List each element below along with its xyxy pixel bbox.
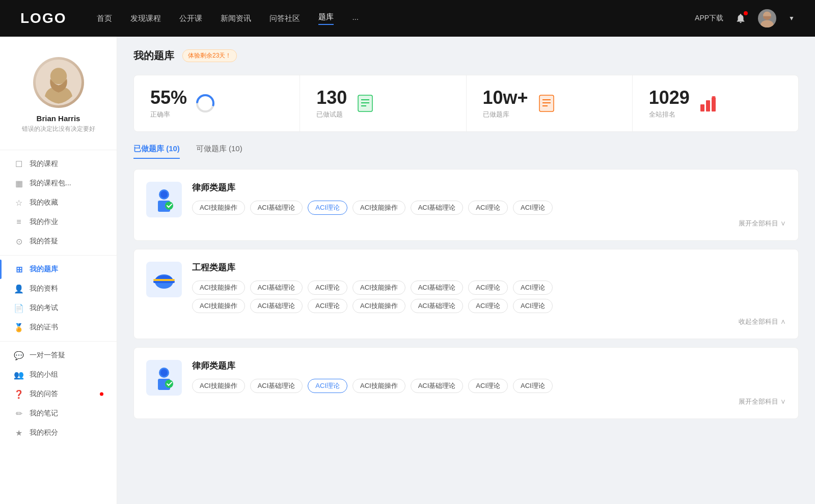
tag[interactable]: ACI基础理论 <box>250 379 303 393</box>
sidebar-item-label: 我的课程包... <box>30 179 71 188</box>
collapse-link-engineer[interactable]: 收起全部科目 ∧ <box>192 317 786 326</box>
profile-section: Brian Harris 错误的决定比没有决定要好 <box>0 47 117 146</box>
nav-item-open[interactable]: 公开课 <box>179 14 202 23</box>
sidebar-item-label: 我的资料 <box>30 284 58 293</box>
profile-motto: 错误的决定比没有决定要好 <box>14 125 103 133</box>
stat-accuracy: 55% 正确率 <box>134 75 300 131</box>
sidebar-item-exams[interactable]: 📄 我的考试 <box>0 298 117 318</box>
sidebar-item-points[interactable]: ★ 我的积分 <box>0 423 117 442</box>
stat-rank: 1029 全站排名 <box>633 75 798 131</box>
sidebar-item-qanda[interactable]: ⊙ 我的答疑 <box>0 232 117 251</box>
expand-link-lawyer-1[interactable]: 展开全部科目 ∨ <box>192 219 786 228</box>
qa-notification-dot <box>100 393 103 396</box>
notification-bell[interactable] <box>734 11 748 25</box>
tag[interactable]: ACI基础理论 <box>411 379 464 393</box>
sidebar-divider-top <box>0 150 117 150</box>
sidebar-item-homework[interactable]: ≡ 我的作业 <box>0 212 117 232</box>
sidebar-item-myqa[interactable]: ❓ 我的问答 <box>0 384 117 404</box>
expand-link-lawyer-2[interactable]: 展开全部科目 ∨ <box>192 397 786 406</box>
tag[interactable]: ACI基础理论 <box>411 299 464 313</box>
user-avatar[interactable] <box>758 9 776 27</box>
tag[interactable]: ACI基础理论 <box>411 281 464 295</box>
sidebar-item-label: 我的证书 <box>30 323 58 332</box>
page-header: 我的题库 体验剩余23天！ <box>133 49 799 63</box>
tag[interactable]: ACI理论 <box>468 379 508 393</box>
tag-active[interactable]: ACI理论 <box>308 201 347 215</box>
tag[interactable]: ACI理论 <box>513 201 553 215</box>
tag[interactable]: ACI基础理论 <box>411 201 464 215</box>
nav-item-news[interactable]: 新闻资讯 <box>221 14 251 23</box>
tab-done-banks[interactable]: 已做题库 (10) <box>133 144 180 159</box>
people-icon: 👤 <box>14 284 23 293</box>
file-text-icon: 📄 <box>14 303 23 313</box>
page-layout: Brian Harris 错误的决定比没有决定要好 ☐ 我的课程 ▦ 我的课程包… <box>0 37 815 504</box>
accuracy-label: 正确率 <box>150 110 187 119</box>
done-questions-icon <box>355 93 375 114</box>
user-menu-chevron[interactable]: ▼ <box>789 15 795 22</box>
document-icon: ≡ <box>14 217 23 227</box>
tag[interactable]: ACI技能操作 <box>352 201 405 215</box>
sidebar-item-courses[interactable]: ☐ 我的课程 <box>0 154 117 174</box>
tag[interactable]: ACI理论 <box>468 201 508 215</box>
sidebar-item-label: 我的作业 <box>30 217 58 227</box>
page-title: 我的题库 <box>133 49 174 63</box>
tag[interactable]: ACI技能操作 <box>192 281 245 295</box>
sidebar-item-groups[interactable]: 👥 我的小组 <box>0 365 117 384</box>
tag[interactable]: ACI技能操作 <box>192 379 245 393</box>
nav-item-discover[interactable]: 发现课程 <box>130 14 161 23</box>
sidebar-item-1on1[interactable]: 💬 一对一答疑 <box>0 346 117 365</box>
sidebar-item-label: 我的笔记 <box>30 409 58 418</box>
tag[interactable]: ACI技能操作 <box>352 299 405 313</box>
tag[interactable]: ACI基础理论 <box>250 201 303 215</box>
bank-icon-lawyer-2 <box>146 360 182 396</box>
sidebar-item-certs[interactable]: 🏅 我的证书 <box>0 318 117 337</box>
tag[interactable]: ACI技能操作 <box>192 299 245 313</box>
done-questions-label: 已做试题 <box>316 110 347 119</box>
tab-available-banks[interactable]: 可做题库 (10) <box>196 144 242 159</box>
app-download-link[interactable]: APP下载 <box>695 14 723 23</box>
svg-rect-19 <box>712 97 716 111</box>
tag[interactable]: ACI理论 <box>468 299 508 313</box>
logo[interactable]: LOGO <box>20 10 66 26</box>
sidebar-item-materials[interactable]: 👤 我的资料 <box>0 279 117 298</box>
sidebar-item-packages[interactable]: ▦ 我的课程包... <box>0 174 117 193</box>
sidebar-divider-3 <box>0 341 117 342</box>
nav-item-qbank[interactable]: 题库 <box>318 12 334 25</box>
profile-avatar[interactable] <box>33 57 84 108</box>
tag[interactable]: ACI基础理论 <box>250 281 303 295</box>
sidebar-item-label: 一对一答疑 <box>30 351 65 360</box>
bank-icon-lawyer <box>146 182 182 217</box>
nav-item-home[interactable]: 首页 <box>97 14 112 23</box>
sidebar-item-label: 我的积分 <box>30 428 58 437</box>
done-banks-label: 已做题库 <box>483 110 528 119</box>
tag[interactable]: ACI理论 <box>513 379 553 393</box>
chat-icon: 💬 <box>14 351 23 360</box>
svg-point-30 <box>165 380 173 388</box>
file-icon: ☐ <box>14 159 23 169</box>
tag[interactable]: ACI理论 <box>308 299 347 313</box>
sidebar-item-favorites[interactable]: ☆ 我的收藏 <box>0 193 117 212</box>
rank-value: 1029 <box>649 88 690 108</box>
sidebar-item-label: 我的课程 <box>30 159 58 169</box>
sidebar-item-qbank[interactable]: ⊞ 我的题库 <box>0 260 117 279</box>
nav-item-more[interactable]: ··· <box>352 14 359 23</box>
svg-rect-17 <box>700 104 704 111</box>
sidebar-item-notes[interactable]: ✏ 我的笔记 <box>0 404 117 423</box>
nav-item-qa[interactable]: 问答社区 <box>269 14 300 23</box>
tag[interactable]: ACI技能操作 <box>192 201 245 215</box>
bank-title-lawyer-2: 律师类题库 <box>192 360 786 372</box>
accuracy-value: 55% <box>150 88 187 108</box>
tag[interactable]: ACI理论 <box>308 281 347 295</box>
tag[interactable]: ACI技能操作 <box>352 281 405 295</box>
tag[interactable]: ACI技能操作 <box>352 379 405 393</box>
tag[interactable]: ACI理论 <box>513 299 553 313</box>
tag-active[interactable]: ACI理论 <box>308 379 347 393</box>
svg-point-6 <box>201 99 209 107</box>
tags-row-engineer-1: ACI技能操作 ACI基础理论 ACI理论 ACI技能操作 ACI基础理论 AC… <box>192 281 786 295</box>
tag[interactable]: ACI基础理论 <box>250 299 303 313</box>
svg-point-1 <box>761 20 774 27</box>
tag[interactable]: ACI理论 <box>468 281 508 295</box>
svg-point-22 <box>160 191 168 198</box>
tab-bar: 已做题库 (10) 可做题库 (10) <box>133 144 799 159</box>
tag[interactable]: ACI理论 <box>513 281 553 295</box>
